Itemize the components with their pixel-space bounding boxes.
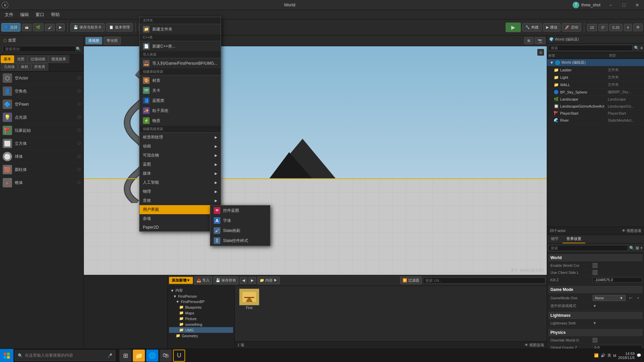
enable-world-cor-checkbox[interactable] [593,263,597,268]
cm-paper2d[interactable]: Paper2D▶ [140,223,221,231]
taskbar-app-task[interactable]: ⊞ [119,350,131,362]
cm-level[interactable]: 🗺 关卡 [140,85,221,96]
content-search-input[interactable] [423,278,545,284]
outliner-item-5[interactable]: 🔲 LandscapeGizmoActiveAct LandscapeGiz..… [547,103,644,110]
mode-tab-animation[interactable]: 过场动画 [28,55,48,63]
vp-grid-toggle[interactable]: ⊞ [524,37,533,44]
minimize-button[interactable]: − [604,0,617,10]
view-options[interactable]: 👁 视图选项 [622,228,641,233]
place-point-light[interactable]: 💡 点光源 ⓘ [0,111,84,124]
mode-tab-all[interactable]: 所有类 [31,63,48,71]
import-button[interactable]: 📥 导入 [194,277,212,284]
tree-firstperson[interactable]: ▼FirstPerson [169,294,233,299]
cm-blendable[interactable]: 可混合物▶ [140,151,221,160]
search-input[interactable] [3,46,76,52]
sm-widget-blueprint[interactable]: ❤ 控件蓝图 [210,205,270,216]
cm-ui[interactable]: 用户界面▶ ❤ 控件蓝图 A 字体 🖌 Slate画刷 🎛 Slate控件样式 [140,205,221,214]
build-button[interactable]: 🔧构建 [522,23,542,32]
sm-slate-brush[interactable]: 🖌 Slate画刷 [210,226,270,236]
sm-slate-style[interactable]: 🎛 Slate控件样式 [210,236,270,246]
submenu-ui[interactable]: ❤ 控件蓝图 A 字体 🖌 Slate画刷 🎛 Slate控件样式 [210,205,270,246]
vp-corner-btn[interactable]: ⊞ [537,49,544,57]
cm-material[interactable]: 🎨 材质 [140,75,221,85]
sm-font[interactable]: A 字体 [210,216,270,226]
world-section-header[interactable]: World [548,254,643,261]
override-world-g-checkbox[interactable] [593,338,597,343]
lightmass-section-header[interactable]: Lightmass [548,312,643,319]
mode-foliage-button[interactable]: 🌿 [33,23,44,31]
tree-umg[interactable]: 📁UMG [169,327,233,333]
place-empty-actor[interactable]: ⬡ 空Actor ⓘ [0,72,84,85]
outliner-item-4[interactable]: 🌿 Landscape Landscape [547,96,644,103]
gamemode-reset[interactable]: ↩ [628,296,634,300]
save-all-button[interactable]: 💾 保存所有 [213,277,238,284]
menu-edit[interactable]: 编辑 [17,10,32,19]
tree-blueprints[interactable]: 📁Blueprints [169,304,233,310]
details-tab-world[interactable]: 世界设置 [562,235,585,243]
cm-substance[interactable]: ⚡ 物质 [140,116,221,126]
mode-tab-basic[interactable]: 基本 [1,55,14,63]
details-plus-icon[interactable]: + [640,246,643,250]
cm-material-texture[interactable]: 材质和纹理▶ [140,133,221,142]
mode-tab-volume[interactable]: 体积 [18,63,31,71]
launch-button[interactable]: 🚀启动 [562,23,581,32]
scale-button[interactable]: 0.25 [609,24,622,31]
mode-select-button[interactable]: 🔵 选择 [1,23,20,32]
game-mode-section-header[interactable]: Game Mode [548,286,643,293]
menu-file[interactable]: 文件 [1,10,17,19]
mode-tab-visual[interactable]: 视觉效果 [48,55,69,63]
mode-landscape-button[interactable]: 🏔 [22,24,32,31]
vp-camera-speed[interactable]: 📷 [535,37,545,44]
outliner-search-input[interactable] [548,45,633,51]
play2-button[interactable]: ▶播放 [543,23,560,32]
cm-blueprint[interactable]: 📘 蓝图类 [140,96,221,106]
details-tab-detail[interactable]: 细节 [547,235,562,243]
settings-button[interactable]: ⚙ [633,23,643,31]
lightmass-expand[interactable]: ▼ [593,321,597,325]
cm-sound[interactable]: 音效▶ [140,196,221,205]
details-search-input[interactable] [548,245,628,251]
taskbar-app-ue[interactable]: U [173,350,185,362]
cm-blueprint2[interactable]: 蓝图▶ [140,160,221,169]
outliner-item-6[interactable]: 🚩 PlayerStart PlayerStart [547,110,644,117]
use-client-side-checkbox[interactable] [593,270,597,275]
add-new-button[interactable]: 添加新增▼ [169,277,193,284]
outliner-item-3[interactable]: 🔵 BP_Sky_Sphere 编辑BP_Sky... [547,88,644,96]
outliner-filter-icon[interactable]: ≡ [640,46,643,50]
maximize-button[interactable]: □ [617,0,631,10]
tree-firstpersonbp[interactable]: ▼FirstPersonBP [169,299,233,304]
version-manage-button[interactable]: 📋版本管理 [106,23,133,32]
tree-picture[interactable]: 📁Picture [169,316,233,321]
mode-tab-light[interactable]: 光照 [14,55,28,63]
tree-content[interactable]: ▼内容 [169,287,233,294]
cm-ai[interactable]: 人工智能▶ [140,178,221,187]
content-item-first[interactable]: First [237,289,261,310]
expand-panel-button[interactable]: ▶ [56,23,65,31]
place-cube[interactable]: ⬜ 立方体 ⓘ [0,137,84,150]
outliner-item-1[interactable]: 📁 Light 文件夹 [547,74,644,81]
content-breadcrumb[interactable]: 📁 内容 ▶ [257,277,280,284]
save-level-button[interactable]: 💾保存当前关卡 [70,23,105,32]
nav-forward-button[interactable]: ▶ [249,277,256,284]
mode-tab-geometry[interactable]: 几何体 [1,63,18,71]
place-player-start[interactable]: 🚩 玩家起始 ⓘ [0,124,84,137]
place-empty-pawn[interactable]: 🔷 空Pawn ⓘ [0,98,84,111]
taskbar-app-explorer[interactable]: 📁 [133,350,145,362]
mode-brush-button[interactable]: 🖌 [45,24,55,31]
selected-gamemode-expand[interactable]: ▼ [593,304,597,308]
gamemode-override-dropdown[interactable]: None ▼ [593,295,626,301]
place-cone[interactable]: 🔺 锥体 ⓘ [0,176,84,189]
tree-geometry[interactable]: 📁Geometry [169,333,233,339]
taskbar-search[interactable]: 🔍 在这里输入你要搜索的内容 🎤 [15,350,115,361]
outliner-item-0[interactable]: 📁 Ladder 文件夹 [547,66,644,74]
tree-maps[interactable]: 📁Maps [169,310,233,316]
cm-particle[interactable]: ✨ 粒子系统 [140,106,221,116]
outliner-item-2[interactable]: 📁 WALL 文件夹 [547,81,644,88]
taskbar-app-store[interactable]: 🛍 [160,350,172,362]
close-button[interactable]: ✕ [631,0,644,10]
nav-back-button[interactable]: ◀ [240,277,247,284]
angle-button[interactable]: 5° [598,24,608,31]
cm-media[interactable]: 媒体▶ [140,169,221,178]
place-cylinder[interactable]: 🟫 圆柱体 ⓘ [0,163,84,176]
context-menu[interactable]: 文件夹 📁 新建文件夹 C++类 📄 新建C++类... 导入资源 📥 导入到/… [139,17,221,232]
